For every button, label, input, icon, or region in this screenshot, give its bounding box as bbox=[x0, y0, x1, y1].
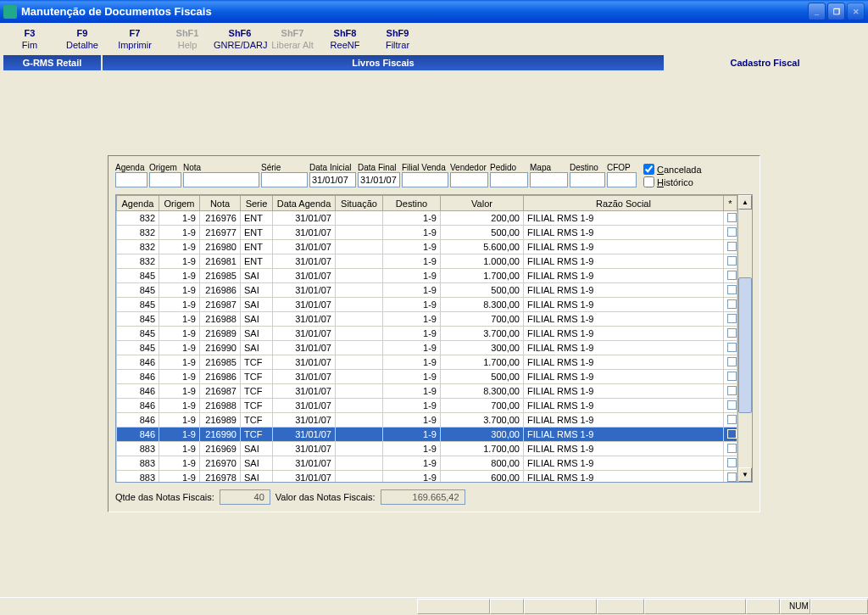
row-checkbox[interactable] bbox=[727, 472, 737, 482]
table-row[interactable]: 8451-9216986SAI31/01/071-9500,00FILIAL R… bbox=[117, 283, 737, 298]
column-header[interactable]: Valor bbox=[441, 196, 524, 211]
column-header[interactable]: Situação bbox=[336, 196, 383, 211]
function-key-toolbar: F3FimF9DetalheF7ImprimirShF1HelpShF6GNRE… bbox=[0, 23, 868, 55]
row-checkbox[interactable] bbox=[727, 328, 737, 338]
table-row[interactable]: 8451-9216990SAI31/01/071-9300,00FILIAL R… bbox=[117, 341, 737, 355]
row-checkbox[interactable] bbox=[727, 415, 737, 424]
table-row[interactable]: 8321-9216980ENT31/01/071-95.600,00FILIAL… bbox=[117, 240, 737, 254]
column-header[interactable]: Serie bbox=[241, 196, 273, 211]
label-cfop: CFOP bbox=[607, 163, 637, 172]
filter-row: Agenda Origem Nota Série Data Inicial Da… bbox=[115, 163, 753, 187]
column-header[interactable]: Razão Social bbox=[524, 196, 724, 211]
input-mapa[interactable] bbox=[530, 172, 568, 187]
input-nota[interactable] bbox=[183, 172, 259, 187]
table-row[interactable]: 8461-9216990TCF31/01/071-9300,00FILIAL R… bbox=[117, 428, 737, 442]
label-cancelada[interactable]: Cancelada bbox=[657, 165, 702, 175]
row-checkbox[interactable] bbox=[727, 271, 737, 280]
toolbar-shf9[interactable]: ShF9Filtrar bbox=[371, 28, 424, 50]
table-row[interactable]: 8831-9216969SAI31/01/071-91.700,00FILIAL… bbox=[117, 442, 737, 456]
close-button[interactable]: ✕ bbox=[847, 3, 865, 20]
input-cfop[interactable] bbox=[607, 172, 637, 187]
row-checkbox[interactable] bbox=[727, 242, 737, 251]
input-filial-venda[interactable] bbox=[402, 172, 448, 187]
label-pedido: Pedido bbox=[490, 163, 528, 172]
row-checkbox[interactable] bbox=[727, 372, 737, 381]
row-checkbox[interactable] bbox=[727, 386, 737, 395]
row-checkbox[interactable] bbox=[727, 299, 737, 309]
app-icon bbox=[3, 5, 17, 19]
table-row[interactable]: 8321-9216977ENT31/01/071-9500,00FILIAL R… bbox=[117, 226, 737, 240]
maximize-button[interactable]: ❐ bbox=[827, 3, 845, 20]
titlebar: Manutenção de Documentos Fiscais _ ❐ ✕ bbox=[0, 0, 868, 23]
input-pedido[interactable] bbox=[490, 172, 528, 187]
column-header[interactable]: Destino bbox=[383, 196, 441, 211]
row-checkbox[interactable] bbox=[727, 429, 737, 439]
toolbar-f3[interactable]: F3Fim bbox=[3, 28, 56, 50]
table-row[interactable]: 8321-9216976ENT31/01/071-9200,00FILIAL R… bbox=[117, 211, 737, 226]
status-cell-num: NUM bbox=[780, 599, 810, 614]
toolbar-f7[interactable]: F7Imprimir bbox=[108, 28, 161, 50]
table-row[interactable]: 8461-9216985TCF31/01/071-91.700,00FILIAL… bbox=[117, 355, 737, 370]
toolbar-f9[interactable]: F9Detalhe bbox=[56, 28, 108, 50]
table-row[interactable]: 8451-9216985SAI31/01/071-91.700,00FILIAL… bbox=[117, 269, 737, 283]
row-checkbox[interactable] bbox=[727, 357, 737, 366]
input-vendedor[interactable] bbox=[450, 172, 488, 187]
label-mapa: Mapa bbox=[530, 163, 568, 172]
table-row[interactable]: 8461-9216988TCF31/01/071-9700,00FILIAL R… bbox=[117, 399, 737, 413]
scroll-thumb[interactable] bbox=[738, 277, 752, 413]
column-header[interactable]: Agenda bbox=[117, 196, 159, 211]
column-header[interactable]: Origem bbox=[159, 196, 200, 211]
status-cell-2 bbox=[490, 599, 524, 614]
window-title: Manutenção de Documentos Fiscais bbox=[21, 5, 808, 18]
row-checkbox[interactable] bbox=[727, 343, 737, 352]
input-agenda[interactable] bbox=[115, 172, 147, 187]
minimize-button[interactable]: _ bbox=[808, 3, 826, 20]
column-header[interactable]: Nota bbox=[200, 196, 241, 211]
navigation-bar: G-RMS Retail Livros Fiscais Cadastro Fis… bbox=[3, 55, 865, 70]
input-origem[interactable] bbox=[149, 172, 181, 187]
row-checkbox[interactable] bbox=[727, 256, 737, 266]
row-checkbox[interactable] bbox=[727, 285, 737, 294]
input-serie[interactable] bbox=[261, 172, 308, 187]
summary-row: Qtde das Notas Fiscais: Valor das Notas … bbox=[115, 489, 753, 505]
input-data-inicial[interactable] bbox=[309, 172, 356, 187]
scroll-up-button[interactable]: ▲ bbox=[738, 195, 752, 210]
scroll-down-button[interactable]: ▼ bbox=[738, 467, 752, 482]
toolbar-shf6[interactable]: ShF6GNRE/DARJ bbox=[214, 28, 266, 50]
row-checkbox[interactable] bbox=[727, 314, 737, 323]
valor-value bbox=[381, 489, 465, 505]
vertical-scrollbar[interactable]: ▲ ▼ bbox=[737, 195, 752, 482]
row-checkbox[interactable] bbox=[727, 213, 737, 222]
table-row[interactable]: 8461-9216987TCF31/01/071-98.300,00FILIAL… bbox=[117, 384, 737, 399]
grid-header-row: AgendaOrigemNotaSerieData AgendaSituação… bbox=[117, 196, 737, 211]
row-checkbox[interactable] bbox=[727, 444, 737, 453]
checkbox-cancelada[interactable] bbox=[643, 164, 654, 175]
label-nota: Nota bbox=[183, 163, 259, 172]
table-row[interactable]: 8451-9216989SAI31/01/071-93.700,00FILIAL… bbox=[117, 327, 737, 341]
table-row[interactable]: 8831-9216970SAI31/01/071-9800,00FILIAL R… bbox=[117, 456, 737, 471]
table-row[interactable]: 8321-9216981ENT31/01/071-91.000,00FILIAL… bbox=[117, 254, 737, 269]
column-header[interactable]: * bbox=[724, 196, 737, 211]
row-checkbox[interactable] bbox=[727, 400, 737, 410]
status-cell-3 bbox=[524, 599, 597, 614]
label-data-inicial: Data Inicial bbox=[309, 163, 356, 172]
nav-left[interactable]: G-RMS Retail bbox=[3, 55, 101, 70]
table-row[interactable]: 8831-9216978SAI31/01/071-9600,00FILIAL R… bbox=[117, 471, 737, 483]
input-destino[interactable] bbox=[570, 172, 605, 187]
label-historico[interactable]: Histórico bbox=[657, 177, 693, 187]
label-origem: Origem bbox=[149, 163, 181, 172]
input-data-final[interactable] bbox=[358, 172, 400, 187]
toolbar-shf8[interactable]: ShF8ReeNF bbox=[319, 28, 371, 50]
scroll-track[interactable] bbox=[738, 210, 752, 467]
table-row[interactable]: 8451-9216988SAI31/01/071-9700,00FILIAL R… bbox=[117, 312, 737, 327]
row-checkbox[interactable] bbox=[727, 227, 737, 237]
main-panel: Agenda Origem Nota Série Data Inicial Da… bbox=[108, 155, 760, 512]
column-header[interactable]: Data Agenda bbox=[273, 196, 336, 211]
table-row[interactable]: 8451-9216987SAI31/01/071-98.300,00FILIAL… bbox=[117, 298, 737, 312]
row-checkbox[interactable] bbox=[727, 458, 737, 467]
nav-right[interactable]: Cadastro Fiscal bbox=[665, 55, 865, 70]
checkbox-historico[interactable] bbox=[643, 176, 654, 187]
nav-center[interactable]: Livros Fiscais bbox=[101, 55, 665, 70]
table-row[interactable]: 8461-9216986TCF31/01/071-9500,00FILIAL R… bbox=[117, 370, 737, 384]
table-row[interactable]: 8461-9216989TCF31/01/071-93.700,00FILIAL… bbox=[117, 413, 737, 428]
